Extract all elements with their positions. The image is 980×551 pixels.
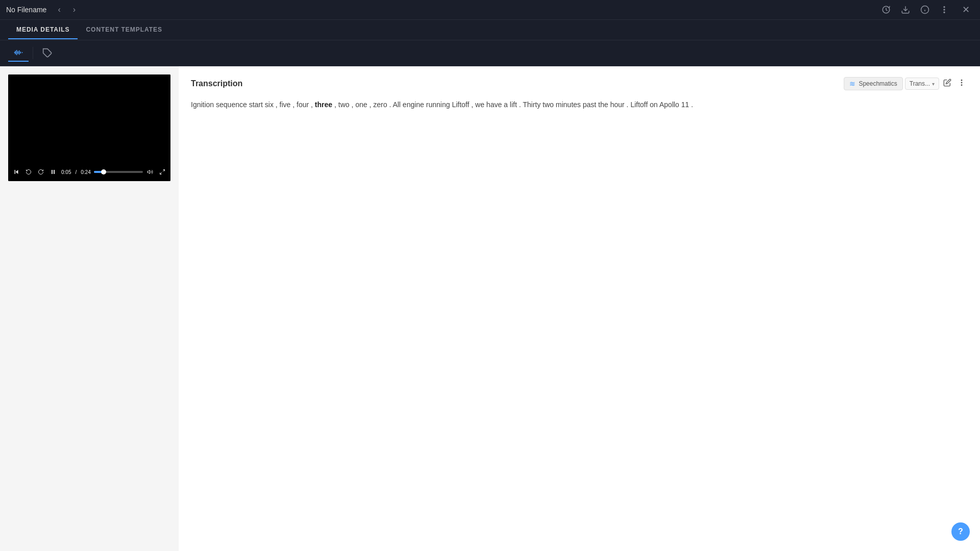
video-total-time: 0:24: [81, 169, 90, 175]
word-five: five: [280, 101, 291, 109]
speechmatics-badge: ≋ Speechmatics: [844, 77, 902, 90]
video-time-separator: /: [75, 169, 77, 175]
title-bar-right: ✕: [880, 3, 974, 16]
nav-forward-button[interactable]: ›: [70, 5, 79, 15]
word-comma3: ,: [311, 101, 313, 109]
word-one: one: [355, 101, 367, 109]
svg-rect-17: [15, 170, 16, 174]
word-11: 11: [681, 101, 690, 109]
svg-point-7: [944, 12, 945, 13]
word-zero: zero: [373, 101, 387, 109]
word-liftoff2: Liftoff: [630, 101, 648, 109]
svg-marker-20: [148, 170, 150, 174]
word-period3: .: [626, 101, 628, 109]
more-options-icon[interactable]: [939, 4, 950, 15]
nav-buttons: ‹ ›: [51, 5, 79, 15]
main-content: 0:05 / 0:24: [0, 66, 980, 551]
toolbar: [0, 40, 980, 66]
word-minutes: minutes: [556, 101, 581, 109]
word-start: start: [249, 101, 263, 109]
video-container: 0:05 / 0:24: [8, 74, 170, 181]
video-forward-button[interactable]: [36, 168, 46, 176]
toolbar-divider: [33, 47, 33, 59]
word-comma1: ,: [276, 101, 278, 109]
speechmatics-icon: ≋: [849, 80, 855, 88]
video-current-time: 0:05: [61, 169, 71, 175]
svg-line-21: [163, 170, 165, 172]
word-hour: hour: [610, 101, 624, 109]
word-lift: lift: [510, 101, 517, 109]
word-the: the: [598, 101, 608, 109]
word-thirty: Thirty: [523, 101, 541, 109]
word-a: a: [504, 101, 508, 109]
word-six: six: [265, 101, 274, 109]
word-comma4: ,: [334, 101, 336, 109]
tab-content-templates[interactable]: CONTENT TEMPLATES: [78, 21, 170, 39]
close-button[interactable]: ✕: [958, 3, 974, 16]
tab-media-details[interactable]: MEDIA DETAILS: [8, 21, 78, 39]
transcription-panel: Transcription ≋ Speechmatics Trans... ▾: [179, 66, 980, 551]
word-we: we: [475, 101, 484, 109]
transcription-dropdown[interactable]: Trans... ▾: [905, 78, 939, 90]
svg-marker-16: [16, 170, 18, 174]
word-four: four: [297, 101, 309, 109]
svg-line-22: [160, 172, 162, 174]
nav-back-button[interactable]: ‹: [55, 5, 63, 15]
svg-point-6: [944, 9, 945, 10]
word-comma5: ,: [351, 101, 353, 109]
word-period4: .: [691, 101, 693, 109]
svg-point-23: [961, 80, 962, 81]
word-have: have: [486, 101, 502, 109]
tab-bar: MEDIA DETAILS CONTENT TEMPLATES: [0, 20, 980, 40]
transcription-header: Transcription ≋ Speechmatics Trans... ▾: [191, 77, 968, 91]
video-fullscreen-button[interactable]: [157, 168, 167, 176]
video-screen: [8, 74, 170, 163]
transcription-text: Ignition sequence start six , five , fou…: [191, 99, 968, 111]
help-button[interactable]: ?: [951, 522, 970, 541]
transcription-title: Transcription: [191, 79, 838, 88]
video-back-button[interactable]: [11, 168, 21, 176]
info-icon[interactable]: [919, 4, 930, 15]
svg-point-24: [961, 82, 962, 83]
svg-point-5: [944, 7, 945, 8]
svg-point-25: [961, 85, 962, 86]
word-past: past: [583, 101, 596, 109]
video-panel: 0:05 / 0:24: [0, 66, 179, 551]
word-ignition: Ignition: [191, 101, 214, 109]
word-period2: .: [519, 101, 521, 109]
tag-tool-button[interactable]: [37, 45, 58, 61]
video-volume-button[interactable]: [145, 168, 155, 176]
word-sequence: sequence: [216, 101, 247, 109]
waveform-tool-button[interactable]: [8, 44, 29, 62]
svg-rect-18: [52, 170, 53, 174]
word-liftoff1: Liftoff: [452, 101, 469, 109]
word-apollo: Apollo: [659, 101, 679, 109]
word-period1: .: [389, 101, 391, 109]
svg-rect-19: [54, 170, 55, 174]
word-running: running: [426, 101, 450, 109]
word-engine: engine: [403, 101, 424, 109]
video-progress-bar[interactable]: [94, 171, 143, 173]
window-title: No Filename: [6, 6, 46, 14]
word-comma7: ,: [471, 101, 473, 109]
word-on: on: [650, 101, 658, 109]
video-rewind-button[interactable]: [23, 168, 34, 176]
title-bar: No Filename ‹ ›: [0, 0, 980, 20]
word-three: three: [315, 101, 332, 109]
word-all: All: [393, 101, 401, 109]
transcription-edit-button[interactable]: [941, 77, 953, 91]
chevron-down-icon: ▾: [932, 81, 935, 87]
video-pause-button[interactable]: [48, 168, 58, 176]
word-comma6: ,: [369, 101, 371, 109]
transcription-more-button[interactable]: [955, 77, 968, 91]
speechmatics-label: Speechmatics: [859, 80, 897, 87]
video-controls: 0:05 / 0:24: [8, 163, 170, 181]
video-progress-thumb: [101, 169, 106, 174]
clock-refresh-icon[interactable]: [880, 4, 892, 15]
word-two2: two: [543, 101, 554, 109]
trans-dropdown-label: Trans...: [910, 80, 930, 87]
word-comma2: ,: [292, 101, 295, 109]
word-two: two: [338, 101, 350, 109]
download-icon[interactable]: [900, 4, 911, 15]
